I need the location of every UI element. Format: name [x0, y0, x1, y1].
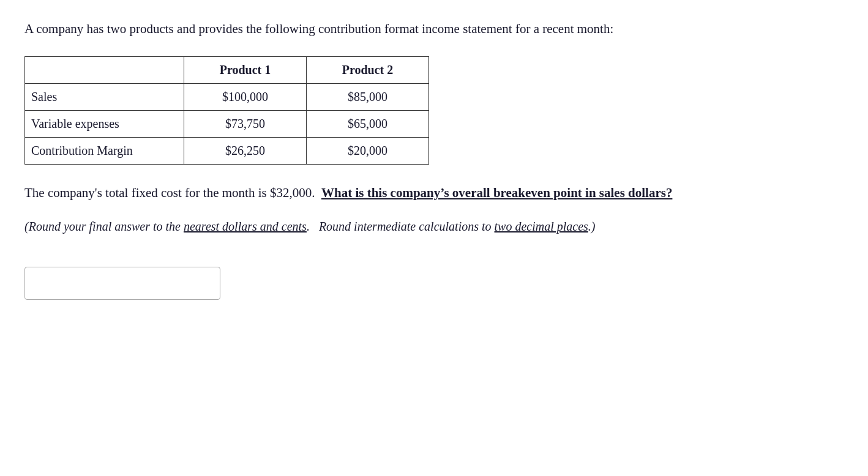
table-variable-product1: $73,750	[184, 110, 307, 137]
table-sales-product2: $85,000	[307, 83, 429, 110]
table-row-variable-expenses: Variable expenses $73,750 $65,000	[25, 110, 429, 137]
table-contribution-product2: $20,000	[307, 137, 429, 164]
table-label-sales: Sales	[25, 83, 184, 110]
question-bold-underline: What is this company’s overall breakeven…	[321, 185, 672, 200]
table-row-contribution-margin: Contribution Margin $26,250 $20,000	[25, 137, 429, 164]
table-label-variable-expenses: Variable expenses	[25, 110, 184, 137]
answer-input[interactable]	[24, 267, 220, 300]
table-contribution-product1: $26,250	[184, 137, 307, 164]
intro-text: A company has two products and provides …	[24, 20, 844, 39]
income-statement-table-wrapper: Product 1 Product 2 Sales $100,000 $85,0…	[24, 56, 844, 165]
rounding-text: (Round your final answer to the nearest …	[24, 217, 844, 236]
rounding-mid: . Round intermediate calculations to	[307, 220, 495, 233]
question-text: The company's total fixed cost for the m…	[24, 183, 844, 204]
rounding-underline1: nearest dollars and cents	[184, 220, 307, 233]
rounding-underline2: two decimal places	[495, 220, 588, 233]
table-header-product1: Product 1	[184, 56, 307, 83]
table-row-sales: Sales $100,000 $85,000	[25, 83, 429, 110]
question-normal-part: The company's total fixed cost for the m…	[24, 185, 321, 200]
rounding-line1-prefix: (Round your final answer to the	[24, 220, 184, 233]
table-sales-product1: $100,000	[184, 83, 307, 110]
income-statement-table: Product 1 Product 2 Sales $100,000 $85,0…	[24, 56, 429, 165]
rounding-end: .)	[588, 220, 596, 233]
table-label-contribution-margin: Contribution Margin	[25, 137, 184, 164]
table-header-product2: Product 2	[307, 56, 429, 83]
table-header-empty	[25, 56, 184, 83]
table-variable-product2: $65,000	[307, 110, 429, 137]
